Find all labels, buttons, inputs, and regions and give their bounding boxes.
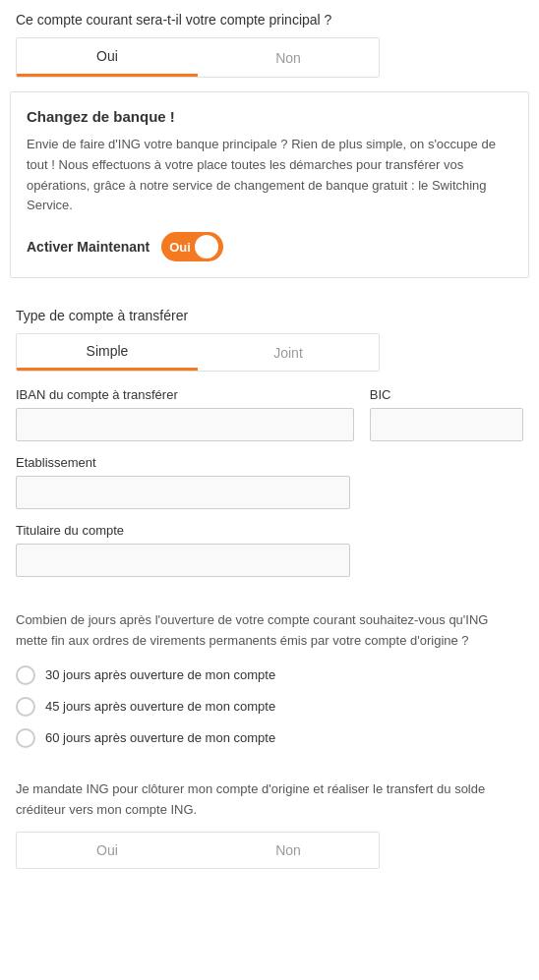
mandate-toggle-group: Oui Non bbox=[16, 832, 380, 869]
bic-group: BIC bbox=[370, 387, 523, 441]
etablissement-input[interactable] bbox=[16, 476, 350, 509]
radio-60-circle bbox=[16, 728, 35, 748]
form-section: Type de compte à transférer Simple Joint… bbox=[0, 292, 539, 601]
iban-input[interactable] bbox=[16, 408, 354, 441]
mandate-text: Je mandate ING pour clôturer mon compte … bbox=[16, 779, 523, 821]
info-box-title: Changez de banque ! bbox=[27, 108, 512, 125]
type-compte-label: Type de compte à transférer bbox=[16, 308, 523, 323]
top-question: Ce compte courant sera-t-il votre compte… bbox=[16, 12, 523, 28]
radio-45-text: 45 jours après ouverture de mon compte bbox=[45, 699, 275, 714]
radio-30-circle bbox=[16, 665, 35, 685]
iban-group: IBAN du compte à transférer bbox=[16, 387, 354, 441]
iban-bic-row: IBAN du compte à transférer BIC bbox=[16, 387, 523, 441]
info-box: Changez de banque ! Envie de faire d'ING… bbox=[10, 91, 529, 278]
type-compte-toggle: Simple Joint bbox=[16, 333, 380, 372]
bic-label: BIC bbox=[370, 387, 523, 402]
titulaire-group: Titulaire du compte bbox=[16, 523, 523, 577]
days-question-section: Combien de jours après l'ouverture de vo… bbox=[0, 601, 539, 770]
non-button[interactable]: Non bbox=[198, 38, 379, 77]
toggle-knob bbox=[195, 235, 218, 259]
radio-30-text: 30 jours après ouverture de mon compte bbox=[45, 667, 275, 682]
etablissement-group: Etablissement bbox=[16, 455, 523, 509]
activer-row: Activer Maintenant Oui bbox=[27, 232, 512, 261]
joint-button[interactable]: Joint bbox=[198, 334, 379, 371]
oui-button[interactable]: Oui bbox=[17, 38, 198, 77]
toggle-oui-text: Oui bbox=[169, 240, 191, 255]
radio-60-text: 60 jours après ouverture de mon compte bbox=[45, 730, 275, 745]
activer-label: Activer Maintenant bbox=[27, 239, 150, 255]
titulaire-label: Titulaire du compte bbox=[16, 523, 523, 538]
info-box-text: Envie de faire d'ING votre banque princi… bbox=[27, 135, 512, 216]
simple-button[interactable]: Simple bbox=[17, 334, 198, 371]
etablissement-label: Etablissement bbox=[16, 455, 523, 470]
mandate-section: Je mandate ING pour clôturer mon compte … bbox=[0, 770, 539, 886]
iban-label: IBAN du compte à transférer bbox=[16, 387, 354, 402]
radio-option-60[interactable]: 60 jours après ouverture de mon compte bbox=[16, 728, 523, 748]
radio-45-circle bbox=[16, 697, 35, 717]
activer-toggle[interactable]: Oui bbox=[161, 232, 223, 261]
titulaire-input[interactable] bbox=[16, 544, 350, 577]
principal-toggle-group: Oui Non bbox=[16, 37, 380, 78]
radio-option-45[interactable]: 45 jours après ouverture de mon compte bbox=[16, 697, 523, 717]
mandate-non-button[interactable]: Non bbox=[198, 833, 379, 868]
mandate-oui-button[interactable]: Oui bbox=[17, 833, 198, 868]
radio-option-30[interactable]: 30 jours après ouverture de mon compte bbox=[16, 665, 523, 685]
days-question-text: Combien de jours après l'ouverture de vo… bbox=[16, 610, 523, 652]
bic-input[interactable] bbox=[370, 408, 523, 441]
